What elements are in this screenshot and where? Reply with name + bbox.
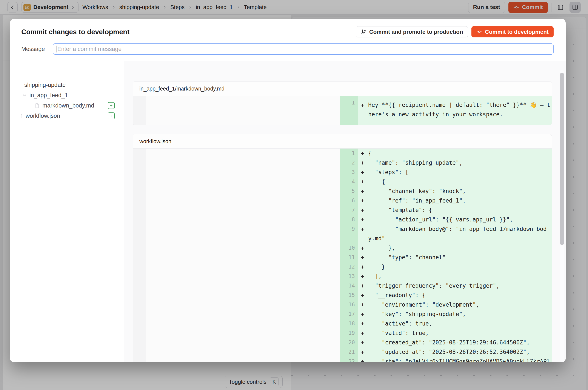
- old-line-gutter: [133, 167, 146, 177]
- diff-plus-sign: +: [361, 224, 368, 234]
- old-line-gutter: [133, 253, 146, 262]
- old-line-gutter: [133, 177, 146, 186]
- old-line-content: [146, 347, 340, 357]
- diff-plus-sign: +: [361, 319, 368, 328]
- tree-item-step[interactable]: in_app_feed_1: [10, 90, 124, 100]
- old-line-gutter: [133, 300, 146, 309]
- diff-line-row: 7+ "template": {: [133, 205, 552, 215]
- added-line-number: 8: [340, 215, 358, 224]
- chevron-down-icon[interactable]: [22, 93, 27, 98]
- added-line-content: + "action_url": "{{ vars.app_url }}",: [358, 215, 552, 224]
- diff-plus-sign: +: [361, 253, 368, 262]
- added-line-content: + "active": true,: [358, 319, 552, 328]
- diff-code-text: Hey **{{ recipient.name | default: "ther…: [368, 98, 552, 122]
- old-line-gutter: [133, 357, 146, 362]
- diff-line-row: 8+ "action_url": "{{ vars.app_url }}",: [133, 215, 552, 224]
- diff-line-row: 5+ "channel_key": "knock",: [133, 186, 552, 196]
- added-line-content: + {: [358, 177, 552, 186]
- diff-plus-sign: +: [361, 205, 368, 215]
- added-line-number: 22: [340, 357, 358, 362]
- old-line-gutter: [133, 158, 146, 167]
- added-line-content: + "updated_at": "2025-08-26T20:26:52.364…: [358, 347, 552, 357]
- diff-line-row: 15+ "__readonly": {: [133, 291, 552, 300]
- old-line-gutter: [133, 186, 146, 196]
- old-line-content: [146, 357, 340, 362]
- diff-plus-sign: +: [361, 291, 368, 300]
- added-line-number: 4: [340, 177, 358, 186]
- diff-code-text: "key": "shipping-update",: [368, 309, 552, 319]
- diff-plus-sign: +: [361, 272, 368, 281]
- added-line-content: + ],: [358, 272, 552, 281]
- added-line-content: + "ref": "in_app_feed_1",: [358, 196, 552, 205]
- old-line-content: [146, 262, 340, 272]
- commit-message-placeholder: Enter a commit message: [57, 46, 122, 52]
- old-line-content: [146, 291, 340, 300]
- old-line-content: [146, 309, 340, 319]
- added-line-number: 20: [340, 338, 358, 347]
- diff-plus-sign: +: [361, 158, 368, 167]
- added-line-number: 6: [340, 196, 358, 205]
- modal-header: Commit changes to development Commit and…: [10, 19, 566, 61]
- diff-plus-sign: +: [361, 167, 368, 177]
- diff-line-row: 16+ "environment": "development",: [133, 300, 552, 309]
- diff-file-name: in_app_feed_1/markdown_body.md: [133, 82, 552, 96]
- old-line-content: [146, 281, 340, 291]
- added-line-number: 10: [340, 243, 358, 253]
- added-line-content: + "key": "shipping-update",: [358, 309, 552, 319]
- diff-code-text: "active": true,: [368, 319, 552, 328]
- diff-line-row: 3+ "steps": [: [133, 167, 552, 177]
- added-line-content: + "trigger_frequency": "every_trigger",: [358, 281, 552, 291]
- commit-icon: [476, 29, 482, 35]
- diff-code-text: "sha": "pJeLVir6xIlUCMGqs9qroZoUAVDSwA0y…: [368, 357, 552, 362]
- added-line-content: + "channel_key": "knock",: [358, 186, 552, 196]
- added-line-number: 3: [340, 167, 358, 177]
- old-line-content: [146, 215, 340, 224]
- added-line-number: 9: [340, 224, 358, 243]
- added-line-number: 17: [340, 309, 358, 319]
- modal-title: Commit changes to development: [21, 28, 129, 36]
- diff-scrollbar-thumb[interactable]: [560, 73, 564, 245]
- diff-plus-sign: +: [361, 338, 368, 347]
- diff-code-text: "created_at": "2025-08-25T19:29:46.64450…: [368, 338, 552, 347]
- old-line-content: [146, 224, 340, 243]
- diff-plus-sign: +: [361, 98, 368, 113]
- added-line-number: 19: [340, 328, 358, 338]
- message-label: Message: [21, 46, 45, 52]
- commit-message-input[interactable]: Enter a commit message: [53, 44, 554, 55]
- diff-file-name: workflow.json: [133, 134, 552, 148]
- diff-code-text: "channel_key": "knock",: [368, 186, 552, 196]
- diff-line-row: 1+{: [133, 148, 552, 158]
- diff-plus-sign: +: [361, 357, 368, 362]
- added-line-number: 18: [340, 319, 358, 328]
- added-line-content: + "markdown_body@": "in_app_feed_1/markd…: [358, 224, 552, 243]
- added-line-content: + "template": {: [358, 205, 552, 215]
- commit-modal: Commit changes to development Commit and…: [10, 19, 566, 362]
- old-line-content: [146, 186, 340, 196]
- changed-files-tree: shipping-update in_app_feed_1 markdown_b…: [10, 61, 124, 362]
- old-line-gutter: [133, 291, 146, 300]
- added-line-number: 7: [340, 205, 358, 215]
- diff-scrollbar-track[interactable]: [560, 70, 564, 361]
- tree-item-workflow-file[interactable]: workflow.json: [10, 111, 124, 121]
- diff-code-text: }: [368, 262, 552, 272]
- git-branch-icon: [361, 29, 367, 35]
- diff-plus-sign: +: [361, 196, 368, 205]
- old-line-content: [146, 148, 340, 158]
- commit-and-promote-button[interactable]: Commit and promote to production: [356, 26, 468, 37]
- tree-item-workflow-root[interactable]: shipping-update: [10, 80, 124, 90]
- app-root: Development Workflows shipping-update St…: [0, 0, 588, 390]
- diff-code-text: "updated_at": "2025-08-26T20:26:52.36400…: [368, 347, 552, 357]
- plus-icon: [109, 114, 113, 118]
- diff-plus-sign: +: [361, 262, 368, 272]
- diff-code-text: "valid": true,: [368, 328, 552, 338]
- old-line-gutter: [133, 319, 146, 328]
- diff-line-row: 20+ "created_at": "2025-08-25T19:29:46.6…: [133, 338, 552, 347]
- commit-to-development-button[interactable]: Commit to development: [472, 26, 554, 37]
- tree-item-markdown-file[interactable]: markdown_body.md: [10, 100, 124, 111]
- diff-code-text: },: [368, 243, 552, 253]
- diff-panel: workflow.json1+{2+ "name": "shipping-upd…: [133, 134, 552, 362]
- old-line-gutter: [133, 196, 146, 205]
- diff-line-row: 6+ "ref": "in_app_feed_1",: [133, 196, 552, 205]
- file-added-badge: [108, 112, 115, 119]
- file-added-badge: [108, 102, 115, 109]
